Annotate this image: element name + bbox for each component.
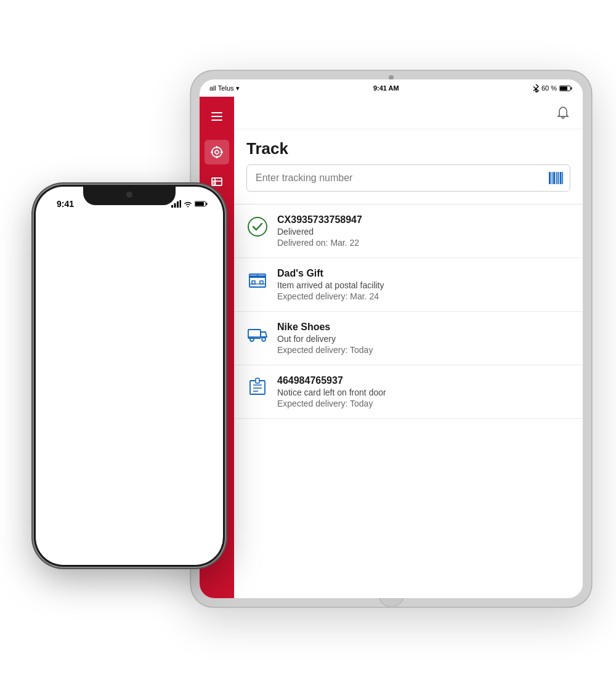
svg-rect-2: [177, 201, 179, 208]
status-right: 60 %: [533, 84, 573, 92]
phone-time: 9:41: [57, 199, 74, 209]
hamburger-line-3: [211, 120, 222, 121]
tracking-number: Nike Shoes: [277, 322, 570, 333]
battery-percent: 60 %: [541, 84, 557, 92]
tracking-item[interactable]: CX3935733758947 Delivered Delivered on: …: [234, 205, 583, 258]
tablet-screen: all Telus ▾ 9:41 AM 60 %: [200, 79, 583, 598]
battery-icon: [195, 200, 208, 208]
barcode-scan-button[interactable]: [548, 171, 564, 185]
tracking-number-input[interactable]: [246, 164, 570, 192]
tracking-item-info: Dad's Gift Item arrived at postal facili…: [277, 268, 570, 301]
tablet-status-bar: all Telus ▾ 9:41 AM 60 %: [200, 79, 583, 97]
svg-point-11: [215, 150, 219, 154]
sidebar-item-track[interactable]: [205, 140, 229, 164]
svg-rect-29: [560, 172, 562, 184]
carrier-label: all Telus ▾: [209, 84, 240, 92]
tracking-input-container: [246, 164, 570, 192]
building-icon: [247, 270, 268, 291]
phone-device: 9:41: [34, 185, 225, 567]
svg-rect-9: [560, 86, 567, 90]
svg-rect-35: [260, 281, 263, 284]
svg-rect-34: [252, 281, 255, 284]
phone-status-icons: [171, 200, 208, 208]
page-title: Track: [234, 129, 583, 164]
delivered-check-icon: [246, 216, 269, 238]
phone-screen: 9:41: [36, 187, 223, 565]
tracking-number: 464984765937: [277, 375, 570, 386]
tablet-frame: all Telus ▾ 9:41 AM 60 %: [191, 71, 591, 607]
notice-card-icon: [246, 376, 269, 399]
phone-frame: 9:41: [34, 185, 225, 567]
svg-rect-8: [571, 87, 572, 89]
sidebar-hamburger[interactable]: [205, 104, 229, 129]
wifi-icon: [184, 201, 192, 208]
check-circle-icon: [247, 216, 268, 237]
hamburger-line-2: [211, 116, 222, 117]
signal-icon: [171, 200, 181, 208]
tablet-device: all Telus ▾ 9:41 AM 60 %: [191, 71, 591, 607]
hamburger-line-1: [211, 112, 222, 113]
tracking-list: CX3935733758947 Delivered Delivered on: …: [234, 204, 583, 419]
barcode-icon: [548, 171, 564, 185]
svg-rect-27: [556, 172, 557, 184]
svg-rect-24: [549, 172, 551, 184]
svg-rect-3: [180, 200, 182, 208]
tracking-status: Delivered: [277, 227, 570, 237]
tracking-number: CX3935733758947: [277, 214, 570, 225]
notification-button[interactable]: [553, 103, 573, 123]
svg-point-31: [248, 217, 267, 236]
bell-icon: [556, 106, 570, 120]
top-bar: [234, 97, 583, 129]
tablet-screen-content: all Telus ▾ 9:41 AM 60 %: [200, 79, 583, 598]
tracking-status: Item arrived at postal facility: [277, 280, 570, 290]
tracking-item[interactable]: 464984765937 Notice card left on front d…: [234, 365, 583, 419]
tablet-battery-icon: [559, 85, 573, 92]
bluetooth-icon: [533, 84, 539, 92]
svg-rect-5: [206, 203, 208, 205]
tracking-item[interactable]: Nike Shoes Out for delivery Expected del…: [234, 312, 583, 365]
svg-point-40: [262, 338, 265, 341]
track-icon: [210, 145, 224, 159]
tracking-date: Expected delivery: Mar. 24: [277, 291, 570, 301]
tracking-item[interactable]: Dad's Gift Item arrived at postal facili…: [234, 258, 583, 312]
svg-rect-25: [552, 172, 553, 184]
svg-rect-28: [557, 172, 559, 184]
tracking-status: Notice card left on front door: [277, 387, 570, 397]
tracking-item-info: CX3935733758947 Delivered Delivered on: …: [277, 214, 570, 248]
svg-rect-30: [562, 172, 564, 184]
status-left: all Telus ▾: [209, 84, 240, 92]
hamburger-icon: [208, 108, 226, 124]
svg-point-10: [212, 147, 222, 157]
notice-icon: [247, 377, 268, 398]
out-for-delivery-icon: [246, 323, 269, 345]
svg-rect-6: [195, 202, 204, 206]
status-time: 9:41 AM: [373, 84, 399, 92]
svg-rect-1: [174, 203, 176, 208]
tracking-date: Delivered on: Mar. 22: [277, 238, 570, 248]
tracking-date: Expected delivery: Today: [277, 399, 570, 408]
tablet-content-area: Track: [200, 97, 583, 598]
tracking-status: Out for delivery: [277, 334, 570, 344]
tablet-time: 9:41 AM: [373, 84, 399, 92]
tracking-item-info: 464984765937 Notice card left on front d…: [277, 375, 570, 408]
phone-camera: [126, 192, 132, 198]
tracking-date: Expected delivery: Today: [277, 345, 570, 355]
main-content: Track: [234, 97, 583, 598]
tracking-number: Dad's Gift: [277, 268, 570, 279]
svg-rect-46: [256, 378, 259, 383]
truck-icon: [247, 323, 268, 344]
svg-rect-26: [553, 172, 555, 184]
svg-rect-0: [171, 205, 173, 208]
tracking-item-info: Nike Shoes Out for delivery Expected del…: [277, 322, 570, 355]
postal-facility-icon: [246, 269, 269, 291]
